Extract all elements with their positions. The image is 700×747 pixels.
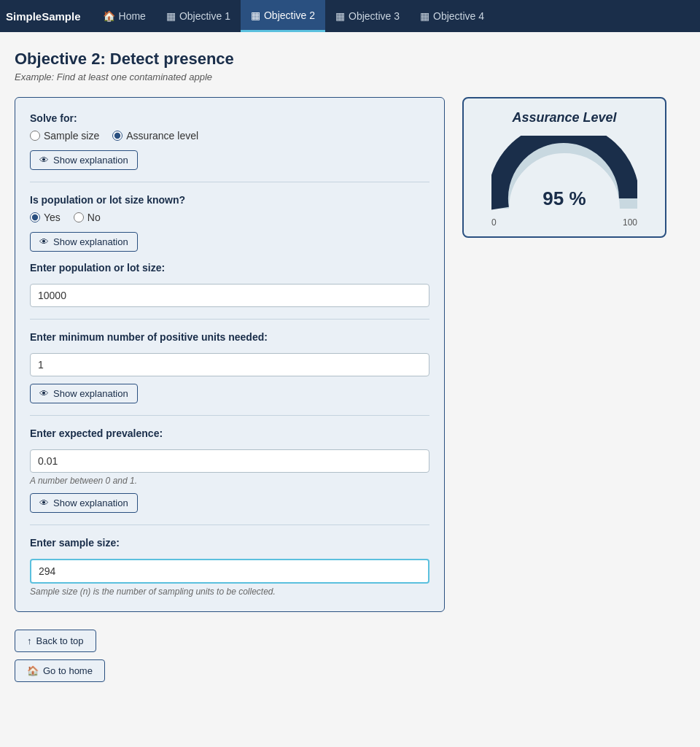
home-icon-btn: 🏠	[27, 665, 39, 676]
radio-no[interactable]: No	[74, 212, 101, 223]
grid-icon-1: ▦	[166, 10, 176, 22]
grid-icon-2: ▦	[251, 9, 260, 21]
gauge-min-label: 0	[491, 217, 497, 228]
svg-text:95 %: 95 %	[542, 187, 586, 209]
tab-objective1[interactable]: ▦ Objective 1	[156, 0, 241, 32]
min-positive-input[interactable]	[30, 353, 429, 376]
gauge-panel: Assurance Level 95 % 0 10	[462, 97, 666, 238]
page-subtitle: Example: Find at least one contaminated …	[15, 71, 685, 82]
radio-sample-size[interactable]: Sample size	[30, 130, 99, 142]
gauge-svg: 95 %	[491, 136, 637, 216]
prevalence-input[interactable]	[30, 449, 429, 473]
solve-for-radio-group: Sample size Assurance level	[30, 130, 429, 142]
back-to-top-button[interactable]: ↑ Back to top	[15, 630, 96, 652]
sample-size-hint: Sample size (n) is the number of samplin…	[30, 587, 429, 597]
radio-no-input[interactable]	[74, 212, 84, 222]
form-panel: Solve for: Sample size Assurance level 👁…	[15, 97, 445, 612]
tab-objective2[interactable]: ▦ Objective 2	[241, 0, 325, 32]
population-known-section: Is population or lot size known? Yes No …	[30, 194, 429, 320]
radio-assurance-level[interactable]: Assurance level	[112, 130, 198, 142]
main-layout: Solve for: Sample size Assurance level 👁…	[15, 97, 685, 612]
prevalence-label: Enter expected prevalence:	[30, 427, 429, 439]
eye-icon-1: 👁	[39, 155, 49, 166]
show-explanation-btn-1[interactable]: 👁 Show explanation	[30, 150, 138, 170]
prevalence-section: Enter expected prevalence: A number betw…	[30, 427, 429, 525]
grid-icon-3: ▦	[335, 10, 345, 22]
gauge-labels: 0 100	[491, 217, 637, 228]
bottom-buttons: ↑ Back to top 🏠 Go to home	[15, 630, 685, 682]
sample-size-input[interactable]	[30, 559, 429, 584]
solve-for-label: Solve for:	[30, 112, 429, 124]
radio-yes[interactable]: Yes	[30, 212, 61, 223]
tab-objective4[interactable]: ▦ Objective 4	[410, 0, 494, 32]
page-content: Objective 2: Detect presence Example: Fi…	[0, 32, 700, 700]
tab-objective3[interactable]: ▦ Objective 3	[325, 0, 410, 32]
min-positive-label: Enter minimum number of positive units n…	[30, 331, 429, 343]
show-explanation-btn-2[interactable]: 👁 Show explanation	[30, 232, 138, 252]
radio-yes-input[interactable]	[30, 212, 40, 222]
eye-icon-4: 👁	[39, 498, 49, 508]
gauge-max-label: 100	[623, 217, 637, 228]
brand-label: SimpleSample	[6, 10, 81, 23]
population-known-label: Is population or lot size known?	[30, 194, 429, 206]
go-to-home-button[interactable]: 🏠 Go to home	[15, 659, 105, 682]
population-known-radio-group: Yes No	[30, 212, 429, 223]
radio-sample-size-input[interactable]	[30, 131, 40, 141]
eye-icon-2: 👁	[39, 236, 49, 247]
sample-size-section: Enter sample size: Sample size (n) is th…	[30, 537, 429, 597]
home-icon: 🏠	[103, 10, 115, 22]
page-title: Objective 2: Detect presence	[15, 50, 685, 69]
solve-for-section: Solve for: Sample size Assurance level 👁…	[30, 112, 429, 182]
show-explanation-btn-3[interactable]: 👁 Show explanation	[30, 384, 138, 403]
prevalence-hint: A number between 0 and 1.	[30, 476, 429, 486]
sample-size-label: Enter sample size:	[30, 537, 429, 549]
min-positive-section: Enter minimum number of positive units n…	[30, 331, 429, 416]
gauge-title: Assurance Level	[512, 110, 616, 125]
show-explanation-btn-4[interactable]: 👁 Show explanation	[30, 493, 138, 513]
eye-icon-3: 👁	[39, 388, 49, 399]
navbar: SimpleSample 🏠 Home ▦ Objective 1 ▦ Obje…	[0, 0, 700, 32]
arrow-up-icon: ↑	[27, 635, 32, 646]
population-size-label: Enter population or lot size:	[30, 262, 429, 274]
population-size-input[interactable]	[30, 284, 429, 307]
radio-assurance-input[interactable]	[112, 131, 122, 141]
gauge-svg-container: 95 %	[491, 136, 637, 216]
grid-icon-4: ▦	[420, 10, 429, 22]
tab-home[interactable]: 🏠 Home	[93, 0, 156, 32]
